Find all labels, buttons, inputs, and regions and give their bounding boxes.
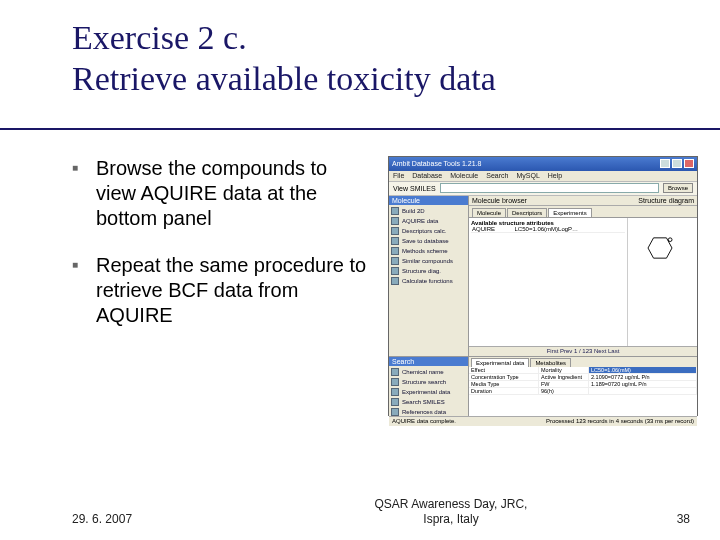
tool-icon [391,277,399,285]
sidebar-search: Search Chemical name Structure search Ex… [389,357,469,416]
cell-highlight: LC50=1.06(mM) [589,367,697,373]
sidebar-head: Search [389,357,468,366]
menu-item[interactable]: Database [412,172,442,179]
sidebar-item[interactable]: Calculate functions [391,277,466,285]
cell: Effect [469,367,539,373]
nav-text: First Prev 1 / 123 Next Last [547,348,620,354]
tool-icon [391,378,399,386]
menu-bar: File Database Molecule Search MySQL Help [389,171,697,182]
sidebar-item[interactable]: AQUIRE data [391,217,466,225]
bullet-item: ■ Repeat the same procedure to retrieve … [72,253,372,328]
experimental-panel: Experimental data Metabolites Effect Mor… [469,357,697,416]
sidebar-item[interactable]: Descriptors calc. [391,227,466,235]
close-icon[interactable] [684,159,694,168]
sidebar-item[interactable]: Structure diag. [391,267,466,275]
app-window: Ambit Database Tools 1.21.8 File Databas… [388,156,698,416]
maximize-icon[interactable] [672,159,682,168]
sidebar-item[interactable]: References data [391,408,466,416]
tab-experimental[interactable]: Experimental data [471,358,529,367]
cell: Duration [469,388,539,394]
tab-molecule[interactable]: Molecule [472,208,506,217]
sidebar-item[interactable]: Methods scheme [391,247,466,255]
tool-icon [391,247,399,255]
sidebar-item-label: References data [402,409,446,415]
minimize-icon[interactable] [660,159,670,168]
sidebar-item[interactable]: Chemical name [391,368,466,376]
menu-item[interactable]: Molecule [450,172,478,179]
sidebar-item-label: Chemical name [402,369,444,375]
bullet-icon: ■ [72,156,84,231]
attr-table: AQUIRE LC50=1.06(mM)LogP… [471,226,625,233]
cell: Media Type [469,381,539,387]
footer-mid-line2: Ispra, Italy [423,512,478,526]
tool-icon [391,237,399,245]
sidebar-item[interactable]: Experimental data [391,388,466,396]
sidebar-item[interactable]: Save to database [391,237,466,245]
menu-item[interactable]: Search [486,172,508,179]
table-row: Duration 96(h) [469,388,697,395]
menu-item[interactable]: File [393,172,404,179]
sidebar-item[interactable]: Build 2D [391,207,466,215]
sidebar-molecule: Molecule Build 2D AQUIRE data Descriptor… [389,196,469,356]
slide: Exercise 2 c. Retrieve available toxicit… [0,0,720,540]
status-right: Processed 123 records in 4 seconds (33 m… [546,418,694,424]
table-row: Effect Mortality LC50=1.06(mM) [469,367,697,374]
menu-item[interactable]: Help [548,172,562,179]
browse-button[interactable]: Browse [663,183,693,193]
bullet-item: ■ Browse the compounds to view AQUIRE da… [72,156,372,231]
sidebar-item-label: Save to database [402,238,449,244]
bullet-column: ■ Browse the compounds to view AQUIRE da… [72,156,372,416]
main-head-label: Molecule browser [472,197,527,204]
title-underline [0,128,720,130]
status-left: AQUIRE data complete. [392,418,456,424]
table-row: AQUIRE LC50=1.06(mM)LogP… [471,226,625,233]
attr-val: LC50=1.06(mM)LogP… [514,226,625,233]
slide-title: Exercise 2 c. Retrieve available toxicit… [72,18,682,100]
sidebar-item-label: Structure diag. [402,268,441,274]
tool-icon [391,257,399,265]
record-nav[interactable]: First Prev 1 / 123 Next Last [469,346,697,356]
app-body: Molecule Build 2D AQUIRE data Descriptor… [389,196,697,356]
table-row: Concentration Type Active Ingredient 2.1… [469,374,697,381]
benzene-icon [646,236,674,260]
bullet-text: Browse the compounds to view AQUIRE data… [96,156,372,231]
sidebar-item-label: Similar compounds [402,258,453,264]
attributes-panel: Available structure attributes AQUIRE LC… [469,218,627,346]
menu-item[interactable]: MySQL [516,172,539,179]
cell [589,388,697,394]
tool-icon [391,398,399,406]
sidebar-item-label: Descriptors calc. [402,228,446,234]
cell: Mortality [539,367,589,373]
window-buttons [660,159,694,168]
sidebar-item-label: Calculate functions [402,278,453,284]
structure-diagram [627,218,697,346]
tool-icon [391,388,399,396]
tab-experiments[interactable]: Experiments [548,208,591,217]
tab-descriptors[interactable]: Descriptors [507,208,547,217]
titlebar[interactable]: Ambit Database Tools 1.21.8 [389,157,697,171]
cell: Concentration Type [469,374,539,380]
slide-footer: 29. 6. 2007 QSAR Awareness Day, JRC, Isp… [72,497,690,526]
footer-date: 29. 6. 2007 [72,512,252,526]
structure-label: Structure diagram [638,197,694,204]
sidebar-item-label: Search SMILES [402,399,445,405]
tab-metabolites[interactable]: Metabolites [530,358,571,367]
title-line-1: Exercise 2 c. [72,19,247,56]
sidebar-item[interactable]: Search SMILES [391,398,466,406]
sidebar-item[interactable]: Structure search [391,378,466,386]
footer-mid: QSAR Awareness Day, JRC, Ispra, Italy [252,497,650,526]
cell: 1.189=0720 ug/mL P/n [589,381,697,387]
tab-bar: Molecule Descriptors Experiments [469,206,697,217]
tool-icon [391,227,399,235]
main-panel: Molecule browser Structure diagram Molec… [469,196,697,356]
smiles-input[interactable] [440,183,659,193]
tool-icon [391,267,399,275]
screenshot-column: Ambit Database Tools 1.21.8 File Databas… [388,156,698,416]
exp-tab-bar: Experimental data Metabolites [469,357,697,367]
sidebar-item-label: Build 2D [402,208,425,214]
title-line-2: Retrieve available toxicity data [72,60,496,97]
bullet-icon: ■ [72,253,84,328]
tool-icon [391,217,399,225]
sidebar-item[interactable]: Similar compounds [391,257,466,265]
cell: 2.1090=0772 ug/mL P/n [589,374,697,380]
